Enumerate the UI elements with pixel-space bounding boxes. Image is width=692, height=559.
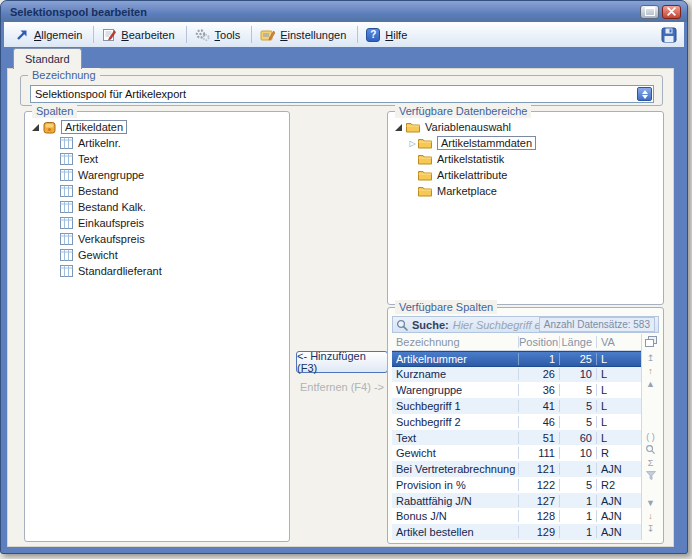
- close-icon: [667, 7, 676, 16]
- window-title: Selektionspool bearbeiten: [10, 6, 637, 18]
- tree-node-label: Artikeldaten: [61, 120, 127, 134]
- tree-node-label: Artikelstatistik: [437, 153, 504, 165]
- tree-node-label: Text: [78, 153, 98, 165]
- column-icon: [60, 169, 73, 181]
- row-down-icon[interactable]: ↓: [642, 509, 659, 522]
- tree-node-artikelstammdaten[interactable]: ▷ Artikelstammdaten: [388, 135, 663, 151]
- menu-hilfe[interactable]: ? Hilfe: [361, 26, 415, 44]
- menu-einstellungen[interactable]: Einstellungen: [255, 26, 354, 44]
- help-icon: ?: [366, 28, 380, 42]
- table-row[interactable]: Suchbegriff 1 41 5 L: [392, 398, 641, 414]
- tree-node-artikeldaten[interactable]: Artikeldaten: [25, 119, 289, 135]
- search-bar[interactable]: Suche: Hier Suchbegriff einge Anzahl Dat…: [392, 316, 659, 333]
- column-header-bezeichnung[interactable]: Bezeichnung: [392, 336, 519, 348]
- search-input[interactable]: Hier Suchbegriff einge: [453, 319, 539, 331]
- restore-button[interactable]: [640, 5, 659, 19]
- tree-node-column[interactable]: Text: [25, 151, 289, 167]
- tree-node-label: Standardlieferant: [78, 265, 162, 277]
- tree-node-label: Marketplace: [437, 185, 497, 197]
- tree-node-column[interactable]: Bestand: [25, 183, 289, 199]
- row-up-icon[interactable]: ↑: [642, 364, 659, 377]
- table-row[interactable]: Artikel bestellen 129 1 AJN: [392, 524, 641, 540]
- grid-side-toolbar: ↥ ↑ ▲ ( ) Σ ▼ ↓ ↧: [641, 334, 659, 540]
- tree-node-label: Artikelattribute: [437, 169, 507, 181]
- scroll-bottom-icon[interactable]: ↧: [642, 522, 659, 535]
- tree-node-column[interactable]: Einkaufspreis: [25, 215, 289, 231]
- page-down-icon[interactable]: ▼: [642, 496, 659, 509]
- spalten-tree: Artikeldaten Artikelnr. Text Warengruppe…: [25, 112, 289, 279]
- table-row[interactable]: Warengruppe 36 5 L: [392, 382, 641, 398]
- sum-icon[interactable]: Σ: [642, 456, 659, 469]
- search-rows-icon[interactable]: [642, 443, 659, 456]
- menu-label: Bearbeiten: [121, 29, 174, 41]
- between-filter-icon[interactable]: ( ): [642, 430, 659, 443]
- group-label: Bezeichnung: [28, 68, 100, 82]
- save-icon: [661, 27, 677, 43]
- column-icon: [60, 249, 73, 261]
- combobox-spinner-button[interactable]: [637, 87, 652, 101]
- folder-icon: [406, 121, 420, 133]
- tree-node-marketplace[interactable]: Marketplace: [388, 183, 663, 199]
- tree-node-column[interactable]: Verkaufspreis: [25, 231, 289, 247]
- tree-node-artikelstatistik[interactable]: Artikelstatistik: [388, 151, 663, 167]
- folder-icon: [418, 137, 432, 149]
- spin-up-icon: [642, 90, 648, 94]
- menu-allgemein[interactable]: Allgemein: [11, 26, 90, 43]
- group-bezeichnung: Bezeichnung Selektionspool für Artikelex…: [20, 75, 663, 106]
- table-header: Bezeichnung Position Länge VA: [392, 334, 641, 351]
- tree-node-column[interactable]: Artikelnr.: [25, 135, 289, 151]
- tree-node-column[interactable]: Bestand Kalk.: [25, 199, 289, 215]
- tree-node-label: Artikelnr.: [78, 137, 121, 149]
- save-button[interactable]: [661, 27, 677, 43]
- filter-icon[interactable]: [642, 469, 659, 482]
- tree-node-label: Warengruppe: [78, 169, 144, 181]
- column-header-position[interactable]: Position: [519, 336, 560, 348]
- page-up-icon[interactable]: ▲: [642, 377, 659, 390]
- tab-standard[interactable]: Standard: [13, 48, 82, 69]
- table-row[interactable]: Rabattfähig J/N 127 1 AJN: [392, 493, 641, 509]
- table-row[interactable]: Artikelnummer 1 25 L: [392, 351, 641, 367]
- group-spalten: Spalten Artikeldaten Artikelnr.: [24, 111, 290, 542]
- tree-node-label: Bestand: [78, 185, 118, 197]
- tree-node-label: Variablenauswahl: [425, 121, 511, 133]
- column-header-va[interactable]: VA: [597, 336, 641, 348]
- table-row[interactable]: Provision in % 122 5 R2: [392, 477, 641, 493]
- dialog-selektionspool-bearbeiten: Selektionspool bearbeiten Allgemein: [0, 0, 688, 554]
- table-row[interactable]: Gewicht 111 10 R: [392, 445, 641, 461]
- expander-collapsed-icon[interactable]: ▷: [408, 139, 417, 148]
- expander-expanded-icon[interactable]: [395, 124, 402, 131]
- tree-node-label: Artikelstammdaten: [437, 136, 536, 150]
- menu-label: Allgemein: [34, 29, 82, 41]
- scroll-top-icon[interactable]: ↥: [642, 351, 659, 364]
- menu-bearbeiten[interactable]: Bearbeiten: [97, 26, 182, 44]
- close-button[interactable]: [662, 5, 681, 19]
- toolbar-separator: [186, 26, 187, 43]
- expander-expanded-icon[interactable]: [32, 124, 39, 131]
- column-icon: [60, 265, 73, 277]
- add-button[interactable]: <- Hinzufügen (F3): [296, 351, 388, 373]
- table-row[interactable]: Bei Vertreterabrechnung berücksichtige 1…: [392, 461, 641, 477]
- restore-icon: [645, 7, 655, 16]
- combobox-value: Selektionspool für Artikelexport: [31, 88, 637, 100]
- table-row[interactable]: Kurzname 26 10 L: [392, 367, 641, 383]
- column-icon: [60, 233, 73, 245]
- menu-tools[interactable]: Tools: [190, 26, 249, 44]
- tree-node-column[interactable]: Warengruppe: [25, 167, 289, 183]
- column-chooser-icon[interactable]: [642, 335, 659, 348]
- tree-node-column[interactable]: Standardlieferant: [25, 263, 289, 279]
- column-header-laenge[interactable]: Länge: [560, 336, 597, 348]
- titlebar[interactable]: Selektionspool bearbeiten: [1, 1, 687, 22]
- table-row[interactable]: Suchbegriff 2 46 5 L: [392, 414, 641, 430]
- edit-note-icon: [102, 28, 116, 42]
- toolbar-separator: [93, 26, 94, 43]
- tree-node-column[interactable]: Gewicht: [25, 247, 289, 263]
- table-row[interactable]: Bonus J/N 128 1 AJN: [392, 508, 641, 524]
- menu-label: Einstellungen: [280, 29, 346, 41]
- tree-node-variablenauswahl[interactable]: Variablenauswahl: [388, 119, 663, 135]
- group-verfuegbare-spalten: Verfügbare Spalten Suche: Hier Suchbegri…: [387, 307, 664, 544]
- tree-node-artikelattribute[interactable]: Artikelattribute: [388, 167, 663, 183]
- main-toolbar: Allgemein Bearbeiten Tools: [4, 22, 684, 47]
- settings-icon: [260, 28, 275, 42]
- bezeichnung-combobox[interactable]: Selektionspool für Artikelexport: [30, 85, 654, 103]
- table-row[interactable]: Text 51 60 L: [392, 430, 641, 446]
